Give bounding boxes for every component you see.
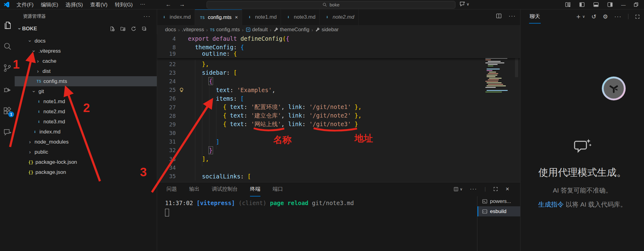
- menu-item-0[interactable]: 文件(F): [13, 1, 37, 9]
- tree-item-docs[interactable]: ›docs: [15, 36, 157, 46]
- breadcrumb-item-sidebar[interactable]: sidebar: [315, 27, 339, 33]
- panel-more-actions-icon[interactable]: ···: [470, 186, 477, 192]
- editor-tab-index.md[interactable]: ⬇index.md: [157, 9, 195, 25]
- code-line-25[interactable]: 25 text: 'Examples',: [157, 86, 520, 94]
- toggle-primary-sidebar-icon[interactable]: [579, 2, 585, 8]
- maximize-chat-icon[interactable]: [635, 14, 640, 19]
- chat-tab[interactable]: 聊天: [529, 10, 541, 24]
- tree-item-package.json[interactable]: {}package.json: [15, 167, 157, 177]
- chat-history-icon[interactable]: ↺: [591, 13, 596, 20]
- code-line-22[interactable]: 22 },: [157, 60, 520, 68]
- panel-tab-端口[interactable]: 端口: [273, 182, 283, 197]
- editor-more-actions-icon[interactable]: ···: [509, 13, 516, 19]
- code-line-34[interactable]: 34: [157, 163, 520, 172]
- refresh-icon[interactable]: [131, 26, 136, 32]
- split-editor-icon[interactable]: [496, 13, 502, 19]
- nav-back-button[interactable]: ←: [165, 1, 171, 8]
- terminal-instance-powers[interactable]: powers...: [477, 196, 520, 206]
- breadcrumb-item-docs[interactable]: docs: [165, 27, 176, 33]
- markdown-file-icon: ⬇: [35, 99, 42, 104]
- terminal-output: 11:37:02 [vitepress] (client) page reloa…: [165, 200, 354, 206]
- code-line-31[interactable]: 31 ]: [157, 137, 520, 146]
- sticky-line-8[interactable]: 8 themeConfig: {: [157, 43, 520, 51]
- code-line-30[interactable]: 30: [157, 129, 520, 137]
- code-line-24[interactable]: 24 {: [157, 77, 520, 85]
- command-center-search[interactable]: boke: [207, 1, 455, 9]
- code-line-26[interactable]: 26 items: [: [157, 94, 520, 103]
- code-line-28[interactable]: 28 { text: '建立仓库', link: '/git/note2' },: [157, 111, 520, 120]
- tree-item-node_modules[interactable]: ›node_modules: [15, 137, 157, 147]
- editor-tab-note3.md[interactable]: ⬇note3.md: [281, 9, 320, 25]
- markdown-file-icon: ⬇: [31, 129, 38, 135]
- panel-tab-问题[interactable]: 问题: [167, 182, 177, 197]
- breadcrumb-item-config.mts[interactable]: TSconfig.mts: [210, 27, 240, 33]
- line-number: 25: [157, 87, 176, 93]
- generate-instructions-link[interactable]: 生成指令: [538, 201, 564, 208]
- terminal-instance-esbuild[interactable]: C:\esbuild: [477, 206, 520, 216]
- new-chat-button[interactable]: ＋∨: [575, 12, 585, 21]
- code-editor[interactable]: 22 },23 sidebar: [24 {25 text: 'Examples…: [157, 34, 520, 182]
- collapse-folders-icon[interactable]: [142, 26, 147, 32]
- tree-item-note3.md[interactable]: ⬇note3.md: [15, 117, 157, 127]
- menu-item-3[interactable]: 查看(V): [87, 1, 111, 9]
- nav-forward-button[interactable]: →: [179, 1, 185, 8]
- activity-chat-icon[interactable]: [2, 127, 12, 137]
- activity-extensions-icon[interactable]: 1: [2, 106, 12, 116]
- sticky-line-19[interactable]: 19 outline: {: [157, 51, 520, 58]
- tree-item-package-lock.json[interactable]: {}package-lock.json: [15, 157, 157, 167]
- code-line-29[interactable]: 29 { text: '网站上线', link: '/git/note3' }: [157, 120, 520, 129]
- activity-source-control-icon[interactable]: [2, 63, 12, 73]
- menu-item-1[interactable]: 编辑(E): [38, 1, 61, 9]
- tree-item-dist[interactable]: ›dist: [15, 66, 157, 76]
- restore-button[interactable]: [634, 2, 638, 7]
- tree-item-note2.md[interactable]: ⬇note2.md: [15, 107, 157, 117]
- chat-more-actions-icon[interactable]: ···: [614, 13, 622, 20]
- breadcrumb-item-default[interactable]: default: [246, 27, 268, 33]
- maximize-panel-icon[interactable]: [493, 186, 498, 192]
- tree-item-git[interactable]: ›git: [15, 86, 157, 96]
- menu-item-4[interactable]: 转到(G): [112, 1, 136, 9]
- copilot-menu-button[interactable]: ∨: [459, 1, 469, 7]
- code-line-27[interactable]: 27 { text: '配置环境', link: '/git/note1' },: [157, 103, 520, 111]
- tree-item-note1.md[interactable]: ⬇note1.md: [15, 96, 157, 107]
- panel-tab-调试控制台[interactable]: 调试控制台: [212, 182, 238, 197]
- customize-layout-icon[interactable]: [565, 2, 571, 8]
- new-folder-icon[interactable]: [120, 26, 126, 32]
- editor-tab-note1.md[interactable]: ⬇note1.md: [242, 9, 281, 25]
- explorer-root-section[interactable]: › BOKE: [15, 24, 157, 34]
- folder-name: .vitepress: [39, 48, 61, 54]
- editor-tab-config.mts[interactable]: TSconfig.mts×: [195, 9, 242, 25]
- tree-item-index.md[interactable]: ⬇index.md: [15, 127, 157, 137]
- chevron-right-icon: ›: [35, 69, 40, 74]
- tree-item-.vitepress[interactable]: ›.vitepress: [15, 46, 157, 56]
- sticky-line-4[interactable]: 4export default defineConfig({: [157, 34, 520, 43]
- sticky-scroll: 4export default defineConfig({8 themeCon…: [157, 34, 520, 58]
- editor-tab-note2.md[interactable]: ⬇note2.md: [320, 9, 359, 25]
- lightbulb-icon[interactable]: [178, 87, 185, 93]
- activity-files-icon[interactable]: [2, 20, 12, 30]
- minimize-button[interactable]: —: [621, 2, 626, 7]
- breadcrumb-item-.vitepress[interactable]: .vitepress: [182, 27, 204, 33]
- explorer-more-actions-icon[interactable]: ···: [143, 13, 151, 20]
- activity-search-icon[interactable]: [2, 42, 12, 51]
- code-line-23[interactable]: 23 sidebar: [: [157, 68, 520, 77]
- code-line-33[interactable]: 33 ],: [157, 155, 520, 163]
- activity-debug-icon[interactable]: [2, 84, 12, 94]
- close-panel-icon[interactable]: ×: [506, 185, 509, 193]
- toggle-panel-icon[interactable]: [593, 2, 599, 8]
- chat-settings-gear-icon[interactable]: ⚙: [603, 13, 608, 20]
- tree-item-cache[interactable]: ›cache: [15, 56, 157, 66]
- breadcrumb-item-themeConfig[interactable]: themeConfig: [274, 27, 309, 33]
- code-line-32[interactable]: 32 }: [157, 146, 520, 155]
- split-terminal-icon[interactable]: ∨: [453, 186, 462, 192]
- new-file-icon[interactable]: [109, 26, 115, 32]
- toggle-secondary-sidebar-icon[interactable]: [607, 2, 613, 8]
- panel-tab-终端[interactable]: 终端: [250, 182, 260, 197]
- close-tab-icon[interactable]: ×: [235, 14, 238, 21]
- menu-item-2[interactable]: 选择(S): [62, 1, 86, 9]
- tree-item-config.mts[interactable]: TSconfig.mts: [15, 76, 157, 86]
- tree-item-public[interactable]: ›public: [15, 147, 157, 157]
- menu-item-5[interactable]: ···: [137, 1, 148, 9]
- panel-tab-输出[interactable]: 输出: [189, 182, 200, 197]
- code-line-35[interactable]: 35 socialLinks: [: [157, 172, 520, 180]
